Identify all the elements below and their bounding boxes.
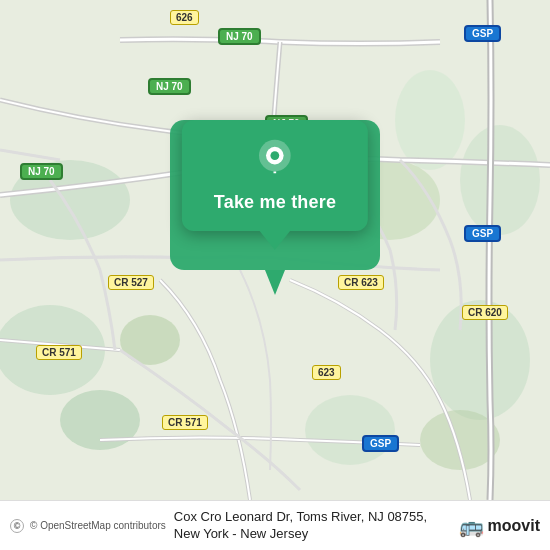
moovit-icon: 🚌 [459,514,484,538]
road-label-nj70-mid1: NJ 70 [148,78,191,95]
osm-circle-icon: © [10,519,24,533]
road-label-cr571-left: CR 571 [36,345,82,360]
svg-point-5 [395,70,465,170]
bottom-bar: © © OpenStreetMap contributors Cox Cro L… [0,500,550,550]
osm-credit-area: © © OpenStreetMap contributors [10,519,166,533]
address-text: Cox Cro Leonard Dr, Toms River, NJ 08755… [166,509,459,543]
road-label-623: 623 [312,365,341,380]
road-label-nj70-left: NJ 70 [20,163,63,180]
moovit-logo: 🚌 moovit [459,514,540,538]
road-label-nj70-top: NJ 70 [218,28,261,45]
road-label-gsp-bot: GSP [362,435,399,452]
road-label-gsp-mid: GSP [464,225,501,242]
svg-point-7 [305,395,395,465]
osm-credit-text: © OpenStreetMap contributors [30,520,166,531]
road-label-gsp-top: GSP [464,25,501,42]
road-label-cr620: CR 620 [462,305,508,320]
road-label-cr527: CR 527 [108,275,154,290]
road-label-626: 626 [170,10,199,25]
moovit-brand-text: moovit [488,517,540,535]
take-me-there-popup[interactable]: Take me there [182,120,368,250]
road-label-cr571-bot: CR 571 [162,415,208,430]
svg-point-15 [271,151,280,160]
svg-point-6 [460,125,540,235]
svg-point-3 [60,390,140,450]
take-me-there-label: Take me there [214,192,336,213]
popup-arrow [259,230,291,250]
location-pin-icon [253,138,297,182]
map-view: NJ 70 NJ 70 NJ 70 NJ 70 626 CR 527 CR 62… [0,0,550,500]
road-label-cr623: CR 623 [338,275,384,290]
